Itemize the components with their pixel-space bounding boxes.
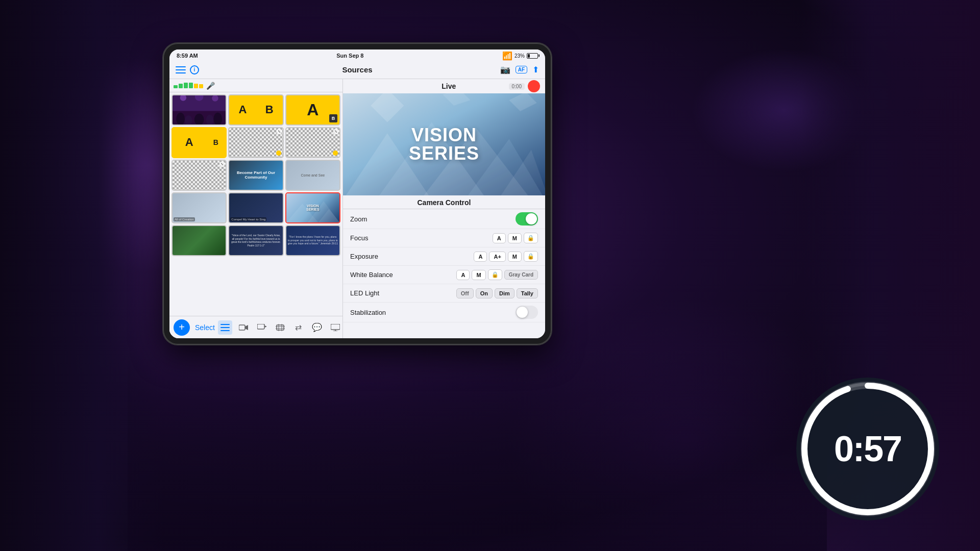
- checker-dot-2: [333, 151, 338, 156]
- source-thumb-a-large[interactable]: A B: [285, 94, 340, 126]
- bottom-toolbar: + Select: [169, 316, 342, 338]
- toolbar-tab-monitor[interactable]: [328, 320, 342, 335]
- white-balance-row: White Balance A M 🔒 Gray Card: [343, 266, 545, 284]
- led-off-button[interactable]: Off: [456, 288, 474, 298]
- wb-m-button[interactable]: M: [472, 270, 485, 280]
- stabilization-toggle[interactable]: [516, 306, 538, 319]
- toolbar-icons: ⇄ 💬: [218, 320, 343, 335]
- ipad-device: 8:59 AM Sun Sep 8 📶 23% i Sources 📷 A: [163, 43, 551, 344]
- svg-marker-20: [265, 325, 266, 328]
- led-tally-button[interactable]: Tally: [517, 288, 538, 298]
- checker-bg-3: [173, 161, 226, 190]
- toolbar-tab-output[interactable]: [255, 320, 269, 335]
- svg-rect-16: [239, 325, 245, 330]
- expand-icon-2: [333, 129, 338, 134]
- live-header: Live 0:00: [343, 79, 545, 93]
- svg-rect-13: [220, 324, 230, 325]
- hamburger-menu-icon[interactable]: [176, 66, 186, 73]
- svg-marker-17: [245, 325, 248, 330]
- toolbar-tab-list[interactable]: [218, 320, 232, 335]
- svg-rect-14: [220, 327, 230, 328]
- toolbar-tab-chat[interactable]: 💬: [310, 320, 324, 335]
- source-thumb-text-slide[interactable]: Become Part of Our Community: [228, 160, 283, 191]
- toolbar-tab-transition[interactable]: ⇄: [291, 320, 306, 335]
- source-thumb-green-plant[interactable]: [172, 225, 227, 256]
- signal-bar-3: [184, 83, 188, 88]
- toolbar-tab-crop[interactable]: [273, 320, 287, 335]
- live-title-text: VISIONSERIES: [409, 126, 479, 163]
- exposure-aplus-button[interactable]: A+: [489, 252, 505, 262]
- nav-title: Sources: [247, 65, 468, 74]
- select-button[interactable]: Select: [195, 323, 215, 332]
- source-thumb-psalm[interactable]: "Voice of the Lord, our Savior Clearly A…: [228, 225, 283, 256]
- led-dim-button[interactable]: Dim: [495, 288, 514, 298]
- timer-display: 0:57: [834, 429, 901, 469]
- gradient-label: All of Creation: [174, 217, 195, 221]
- source-thumb-ab[interactable]: A B: [228, 94, 283, 126]
- focus-row: Focus A M 🔒: [343, 229, 545, 247]
- source-thumb-checker2[interactable]: [285, 127, 340, 158]
- info-icon[interactable]: i: [190, 65, 199, 74]
- signal-bar-6: [199, 84, 203, 88]
- come-see-bg: Come and See: [286, 161, 339, 190]
- thumb-text-slide-content: Become Part of Our Community: [229, 161, 282, 190]
- exposure-lock-button[interactable]: 🔒: [524, 251, 538, 262]
- zoom-row: Zoom: [343, 209, 545, 229]
- exposure-m-button[interactable]: M: [508, 252, 522, 262]
- source-thumb-ab-yellow[interactable]: A B: [172, 127, 227, 158]
- signal-bar-1: [174, 85, 178, 88]
- camera-icon[interactable]: 📷: [500, 65, 510, 74]
- mic-icon[interactable]: 🎤: [206, 82, 215, 90]
- text-slide-text: Become Part of Our Community: [231, 170, 280, 180]
- nav-left: i: [176, 65, 247, 74]
- source-thumb-checker3[interactable]: [172, 160, 227, 191]
- source-thumb-checker1[interactable]: [228, 127, 283, 158]
- white-balance-controls: A M 🔒 Gray Card: [456, 269, 538, 280]
- source-thumb-church[interactable]: [172, 94, 227, 126]
- led-light-label: LED Light: [350, 289, 456, 297]
- timer-circle: 0:57: [796, 378, 939, 520]
- zoom-toggle-knob: [526, 213, 537, 224]
- wb-gray-card-button[interactable]: Gray Card: [504, 270, 538, 280]
- sources-panel: 🎤: [169, 79, 343, 338]
- stabilization-row: Stabilization: [343, 303, 545, 322]
- battery-pct: 23%: [514, 53, 525, 59]
- psalm-text: "Voice of the Lord, our Savior Clearly A…: [231, 234, 281, 247]
- source-thumb-come-see[interactable]: Come and See: [285, 160, 340, 191]
- live-time-badge: 0:00: [509, 83, 525, 90]
- nav-right: 📷 AF ⬆: [468, 65, 539, 74]
- signal-bars: [174, 83, 203, 88]
- focus-m-button[interactable]: M: [508, 233, 522, 243]
- stabilization-controls: [516, 306, 538, 319]
- status-icons: 📶 23%: [502, 51, 538, 61]
- expand-icon-3: [219, 162, 225, 167]
- live-preview-text: VISIONSERIES: [409, 126, 479, 163]
- source-thumb-compass[interactable]: Compel My Heart to Sing: [228, 192, 283, 223]
- exposure-label: Exposure: [350, 253, 474, 260]
- toolbar-tab-video[interactable]: [236, 320, 251, 335]
- rec-button[interactable]: [528, 80, 540, 92]
- focus-a-button[interactable]: A: [493, 233, 506, 243]
- zoom-toggle[interactable]: [516, 212, 538, 226]
- wb-lock-button[interactable]: 🔒: [488, 269, 502, 280]
- wb-a-button[interactable]: A: [456, 270, 470, 280]
- jeremiah-text: "For I know the plans I have for you, pl…: [288, 235, 338, 245]
- led-on-button[interactable]: On: [476, 288, 493, 298]
- source-thumb-gradient[interactable]: All of Creation: [172, 192, 227, 223]
- zoom-controls: [516, 212, 538, 226]
- source-thumb-jeremiah[interactable]: "For I know the plans I have for you, pl…: [285, 225, 340, 256]
- share-icon[interactable]: ⬆: [532, 65, 539, 74]
- add-button[interactable]: +: [174, 319, 190, 336]
- source-thumb-vision-selected[interactable]: VISIONSERIES: [285, 192, 340, 223]
- focus-label: Focus: [350, 234, 493, 242]
- live-label: Live: [442, 82, 456, 90]
- exposure-a-button[interactable]: A: [474, 252, 487, 262]
- af-badge[interactable]: AF: [516, 66, 527, 73]
- timer-overlay: 0:57: [796, 378, 939, 520]
- status-bar: 8:59 AM Sun Sep 8 📶 23%: [169, 49, 545, 61]
- focus-lock-button[interactable]: 🔒: [524, 233, 538, 243]
- thumb-ab-content: A B: [229, 95, 282, 124]
- signal-bar-2: [179, 84, 183, 88]
- thumb-b-yellow-label: B: [206, 128, 226, 157]
- compass-label: Compel My Heart to Sing: [230, 217, 266, 221]
